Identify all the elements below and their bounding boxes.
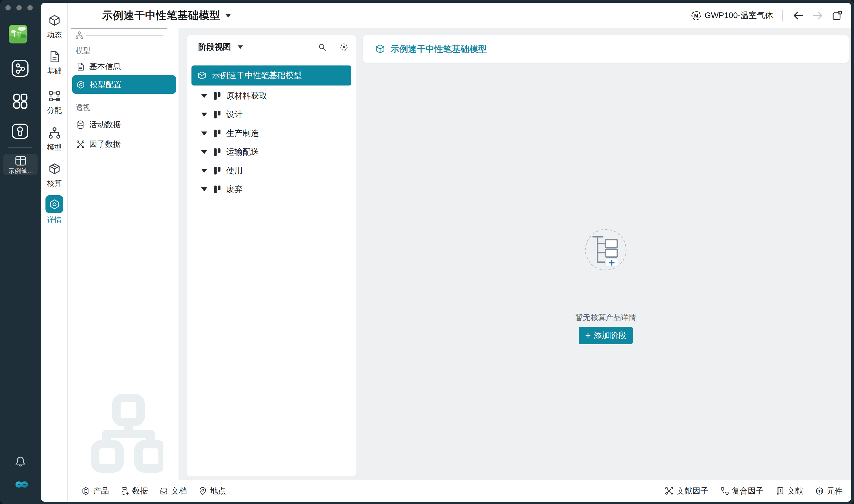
tree-row-stage[interactable]: 设计 — [187, 105, 356, 124]
nav-item-accounting[interactable]: 核算 — [41, 163, 68, 188]
search-icon[interactable] — [317, 42, 327, 52]
panel-item-label: 活动数据 — [89, 119, 121, 130]
arrow-right-icon — [812, 9, 824, 22]
panel-rule — [86, 35, 163, 36]
share-nav-button[interactable] — [11, 59, 29, 78]
nav-item-basics[interactable]: 基础 — [41, 50, 68, 76]
chevron-down-icon — [225, 14, 231, 18]
nav-item-label: 模型 — [41, 142, 68, 152]
panel-collapse-row[interactable] — [75, 31, 163, 39]
minimize-window-button[interactable] — [16, 5, 22, 11]
sidebar-item-workspace-active[interactable]: 示例笔... — [3, 154, 38, 175]
app-sidebar: 示例笔... — [0, 0, 41, 504]
cube-icon — [197, 71, 207, 80]
org-chart-watermark — [91, 393, 163, 479]
model-title-dropdown[interactable]: 示例速干中性笔基础模型 — [102, 3, 231, 28]
top-bar: 示例速干中性笔基础模型 M GWP100-温室气体 — [68, 3, 851, 28]
window-controls[interactable] — [5, 5, 33, 11]
page-title: 示例速干中性笔基础模型 — [102, 8, 220, 22]
zoom-window-button[interactable] — [28, 5, 33, 11]
view-selector-dropdown[interactable]: 阶段视图 — [198, 35, 243, 59]
caret-down-icon[interactable] — [201, 113, 207, 116]
forward-button-disabled[interactable] — [812, 9, 824, 22]
panel-item-basic-info[interactable]: 基本信息 — [72, 59, 176, 74]
chevron-down-icon — [238, 46, 243, 49]
panel-item-factor-data[interactable]: 因子数据 — [72, 136, 176, 152]
bottom-item-elements[interactable]: 元件 — [815, 486, 843, 497]
model-detail-title: 示例速干中性笔基础模型 — [390, 43, 487, 55]
gwp-selector[interactable]: M GWP100-温室气体 — [691, 10, 773, 21]
nav-item-model[interactable]: 模型 — [41, 126, 68, 152]
tree-row-stage[interactable]: 使用 — [187, 161, 356, 180]
caret-down-icon[interactable] — [201, 187, 207, 191]
model-panel: 模型 基本信息 模型配置 — [68, 28, 178, 480]
stage-icon — [213, 92, 221, 100]
bottom-item-label: 文献 — [787, 486, 803, 497]
brand-logo-infinity[interactable] — [11, 478, 32, 492]
panel-item-label: 模型配置 — [90, 79, 121, 90]
add-stage-button-label: 添加阶段 — [594, 330, 626, 341]
tree-row-stage[interactable]: 原材料获取 — [187, 87, 356, 105]
bottom-item-label: 地点 — [210, 486, 226, 497]
bottom-item-literature-factors[interactable]: 文献因子 — [665, 486, 708, 497]
bottom-item-literature[interactable]: 文献 — [775, 486, 803, 497]
document-icon — [48, 50, 61, 63]
stage-icon — [213, 166, 221, 175]
caret-down-icon[interactable] — [201, 94, 207, 98]
bottom-item-data[interactable]: 数据 — [120, 486, 148, 497]
document-icon — [76, 62, 85, 71]
nav-item-activity[interactable]: 动态 — [41, 14, 68, 40]
nav-item-details-active[interactable] — [46, 195, 63, 213]
stage-label: 运输配送 — [226, 146, 259, 158]
bottom-item-label: 产品 — [93, 486, 109, 497]
panel-item-model-config-active[interactable]: 模型配置 — [72, 75, 176, 94]
tree-row-stage[interactable]: 废弃 — [187, 180, 356, 199]
database-icon — [76, 120, 85, 129]
stage-label: 设计 — [226, 109, 243, 120]
caret-down-icon[interactable] — [201, 150, 207, 154]
stage-label: 使用 — [226, 165, 243, 176]
caret-down-icon[interactable] — [201, 169, 207, 173]
tree-root-item-selected[interactable]: 示例速干中性笔基础模型 — [191, 66, 351, 86]
database-star-icon — [120, 486, 129, 496]
nav-item-label: 核算 — [41, 178, 68, 188]
nav-item-allocation[interactable]: 分配 — [41, 90, 68, 115]
view-selector-label: 阶段视图 — [198, 41, 231, 53]
hexagon-target-icon — [49, 199, 60, 210]
bottom-item-products[interactable]: 产品 — [81, 486, 109, 497]
notifications-bell-icon[interactable] — [15, 456, 26, 468]
bottom-item-documents[interactable]: 文档 — [159, 486, 187, 497]
add-stage-button[interactable]: + 添加阶段 — [579, 327, 633, 344]
bottom-item-locations[interactable]: 地点 — [198, 486, 226, 497]
lock-nav-button[interactable] — [11, 123, 29, 141]
empty-state-message: 暂无核算产品详情 — [363, 312, 849, 323]
back-button[interactable] — [792, 9, 804, 22]
tree-root-label: 示例速干中性笔基础模型 — [212, 70, 302, 81]
bottom-item-label: 数据 — [132, 486, 148, 497]
caret-down-icon[interactable] — [201, 131, 207, 136]
tools-separator — [333, 41, 333, 53]
nav-item-label: 基础 — [41, 66, 68, 76]
cube-icon — [48, 14, 61, 27]
tree-row-stage[interactable]: 生产制造 — [187, 124, 356, 143]
close-window-button[interactable] — [5, 5, 11, 11]
window-content: 动态 基础 分配 — [41, 3, 851, 502]
tree-row-stage[interactable]: 运输配送 — [187, 143, 356, 161]
stage-tree-panel: 阶段视图 — [187, 35, 356, 476]
empty-tree-illustration — [582, 227, 630, 276]
apps-grid-button[interactable] — [13, 93, 28, 110]
cube-icon — [375, 44, 385, 54]
workspace-item-label: 示例笔... — [3, 167, 38, 176]
workspace-avatar[interactable] — [9, 25, 28, 43]
bottom-item-label: 复合因子 — [732, 486, 764, 497]
open-in-window-button[interactable] — [832, 10, 843, 21]
bottom-item-composite-factors[interactable]: 复合因子 — [720, 486, 764, 497]
hexagon-c-icon — [81, 486, 90, 496]
locate-icon[interactable] — [339, 42, 349, 52]
panel-item-activity-data[interactable]: 活动数据 — [72, 117, 176, 133]
nav-item-label-details: 详情 — [41, 215, 68, 225]
app-window: 示例笔... — [0, 0, 854, 504]
molecule-icon — [665, 486, 674, 496]
arrow-left-icon — [792, 9, 804, 22]
allocation-icon — [48, 90, 61, 103]
